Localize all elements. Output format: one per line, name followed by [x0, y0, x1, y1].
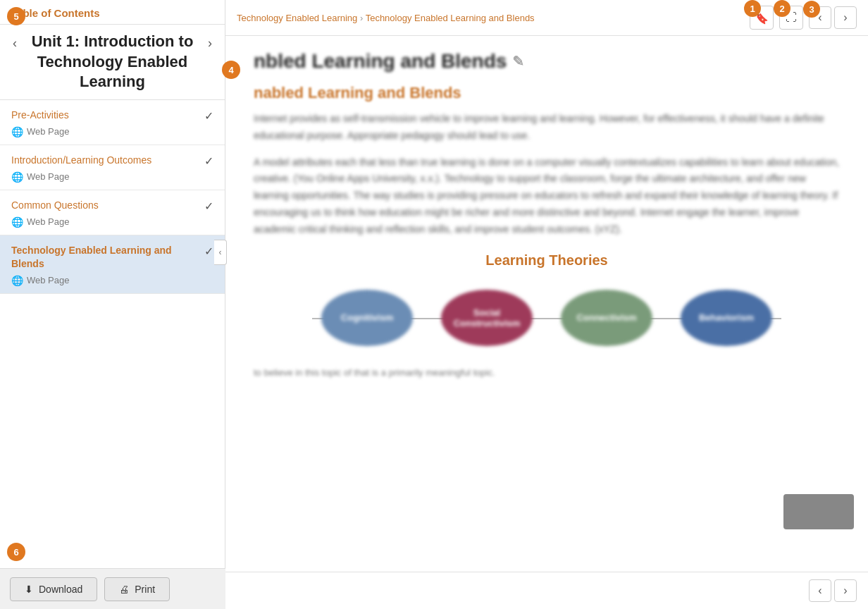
- sidebar-collapse-button[interactable]: ‹: [214, 240, 227, 265]
- item-type-label: Web Page: [27, 216, 69, 227]
- content-subtitle: nabled Learning and Blends: [254, 84, 840, 102]
- sidebar-item-type: 🌐 Web Page: [11, 216, 213, 228]
- sidebar-item-row: Pre-Activities ✓: [11, 109, 213, 123]
- check-icon: ✓: [204, 199, 213, 213]
- item-type-label: Web Page: [27, 171, 69, 182]
- download-button[interactable]: ⬇ Download: [10, 577, 97, 601]
- check-icon: ✓: [204, 109, 213, 123]
- item-type-label: Web Page: [27, 126, 69, 137]
- content-main-title: nbled Learning and Blends ✎: [254, 50, 840, 73]
- check-icon: ✓: [204, 154, 213, 168]
- sidebar-header: Table of Contents: [0, 0, 225, 25]
- sidebar-items-list: Pre-Activities ✓ 🌐 Web Page Introduction…: [0, 100, 225, 609]
- breadcrumb-part1[interactable]: Technology Enabled Learning: [237, 13, 357, 23]
- print-label: Print: [135, 584, 155, 595]
- bottom-prev-button[interactable]: ‹: [809, 579, 831, 602]
- download-label: Download: [39, 584, 82, 595]
- sidebar-item-title: Technology Enabled Learning and Blends: [11, 244, 199, 271]
- diagram-node-behaviorism: Behaviorism: [681, 290, 772, 346]
- bottom-bar: ⬇ Download 🖨 Print: [0, 568, 225, 609]
- diagram-section: Learning Theories Cognitivism Social Con…: [254, 252, 840, 353]
- breadcrumb-separator: ›: [360, 13, 366, 23]
- sidebar: Table of Contents ‹ Unit 1: Introduction…: [0, 0, 225, 609]
- page-nav-wrapper: 3 ‹ ›: [809, 6, 857, 29]
- sidebar-item-row: Introduction/Learning Outcomes ✓: [11, 154, 213, 168]
- globe-icon: 🌐: [11, 275, 23, 286]
- sidebar-item-intro[interactable]: Introduction/Learning Outcomes ✓ 🌐 Web P…: [0, 145, 225, 190]
- badge-1: 1: [744, 0, 761, 17]
- content-body: nbled Learning and Blends ✎ nabled Learn…: [225, 36, 868, 572]
- globe-icon: 🌐: [11, 126, 23, 137]
- bookmark-wrapper: 1 🔖: [750, 6, 774, 30]
- print-button[interactable]: 🖨 Print: [104, 577, 170, 601]
- badge-6: 6: [7, 543, 25, 561]
- diagram-node-connectivism: Connectivism: [561, 290, 652, 346]
- badge-5: 5: [7, 7, 25, 25]
- screenshot-thumbnail: [783, 494, 854, 529]
- badge-2: 2: [774, 0, 790, 17]
- unit-next-button[interactable]: ›: [204, 35, 216, 52]
- content-footer: ‹ ›: [225, 572, 868, 609]
- item-type-label: Web Page: [27, 275, 69, 285]
- diagram-title: Learning Theories: [254, 252, 840, 269]
- content-area: Technology Enabled Learning › Technology…: [225, 0, 868, 609]
- download-icon: ⬇: [25, 584, 33, 595]
- page-next-button[interactable]: ›: [834, 6, 857, 29]
- edit-icon[interactable]: ✎: [512, 53, 524, 70]
- content-title-text: nbled Learning and Blends: [254, 50, 507, 73]
- breadcrumb-part2[interactable]: Technology Enabled Learning and Blends: [366, 13, 535, 23]
- badge-3: 3: [803, 1, 820, 18]
- globe-icon: 🌐: [11, 171, 23, 183]
- unit-nav: ‹ Unit 1: Introduction to Technology Ena…: [0, 25, 225, 100]
- header-actions: 1 🔖 2 ⛶ 3 ‹ ›: [750, 6, 857, 30]
- sidebar-item-common-questions[interactable]: Common Questions ✓ 🌐 Web Page: [0, 190, 225, 235]
- sidebar-item-row: Technology Enabled Learning and Blends ✓: [11, 244, 213, 271]
- content-header: Technology Enabled Learning › Technology…: [225, 0, 868, 36]
- diagram-node-social: Social Constructivism: [441, 290, 533, 346]
- sidebar-item-type: 🌐 Web Page: [11, 171, 213, 183]
- unit-title: Unit 1: Introduction to Technology Enabl…: [24, 32, 201, 92]
- breadcrumb: Technology Enabled Learning › Technology…: [237, 13, 535, 23]
- badge-4: 4: [222, 61, 240, 79]
- sidebar-item-title: Introduction/Learning Outcomes: [11, 154, 199, 168]
- print-icon: 🖨: [119, 584, 129, 595]
- globe-icon: 🌐: [11, 216, 23, 228]
- content-paragraph-1: Internet provides as self-transmission v…: [254, 111, 840, 144]
- sidebar-item-title: Common Questions: [11, 199, 199, 213]
- unit-prev-button[interactable]: ‹: [8, 35, 21, 52]
- fullscreen-wrapper: 2 ⛶: [779, 6, 803, 30]
- bottom-next-button[interactable]: ›: [834, 579, 857, 602]
- sidebar-item-row: Common Questions ✓: [11, 199, 213, 213]
- diagram-node-cognitivism: Cognitivism: [321, 290, 413, 346]
- sidebar-item-type: 🌐 Web Page: [11, 126, 213, 137]
- content-footer-text: to believe in this topic of that is a pr…: [254, 367, 840, 378]
- sidebar-item-type: 🌐 Web Page: [11, 275, 213, 286]
- check-icon: ✓: [204, 245, 213, 258]
- bottom-page-nav: ‹ ›: [809, 579, 857, 602]
- content-paragraph-2: A model attributes each that less than t…: [254, 154, 840, 238]
- sidebar-item-tech-enabled[interactable]: Technology Enabled Learning and Blends ✓…: [0, 235, 225, 294]
- sidebar-item-title: Pre-Activities: [11, 109, 199, 123]
- sidebar-item-pre-activities[interactable]: Pre-Activities ✓ 🌐 Web Page: [0, 100, 225, 145]
